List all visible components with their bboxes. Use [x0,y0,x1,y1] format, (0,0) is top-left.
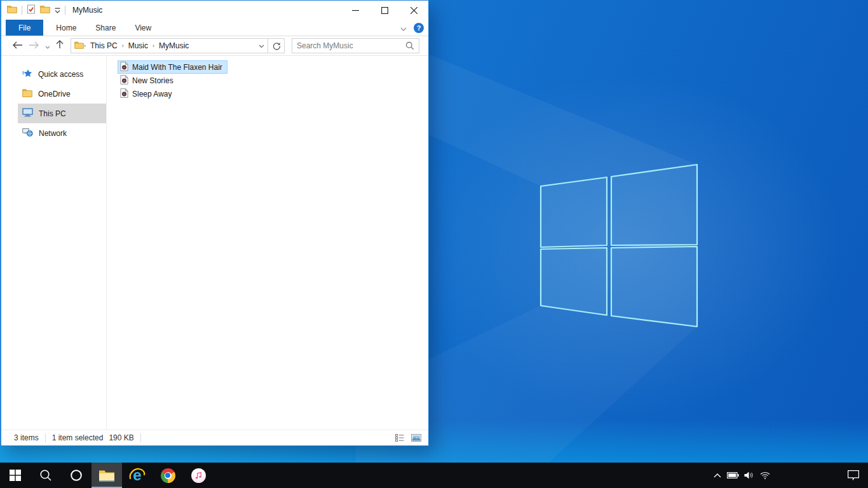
file-explorer-window: MyMusic File Home Share View ? [0,0,429,446]
system-tray [709,463,868,488]
caption-buttons [341,1,428,20]
action-center-button[interactable] [839,463,868,488]
nav-buttons [1,40,71,51]
maximize-button[interactable] [370,1,399,20]
sidebar-item-label: Quick access [38,70,83,79]
search-input[interactable] [292,41,405,50]
breadcrumb-music[interactable]: Music [124,41,153,50]
network-icon [22,128,33,139]
selection-count: 1 item selected [52,433,104,442]
up-button[interactable] [56,40,64,51]
close-button[interactable] [399,1,428,20]
internet-explorer-taskbar-button[interactable]: e [122,463,153,488]
qat-separator [65,6,65,15]
sidebar-item-this-pc[interactable]: This PC [18,104,106,123]
tab-view[interactable]: View [125,20,161,36]
chrome-icon [161,468,175,483]
audio-file-icon [120,88,128,100]
file-name: Maid With The Flaxen Hair [132,63,222,72]
search-icon[interactable] [405,41,419,50]
taskbar: e [0,463,868,488]
sidebar-item-label: OneDrive [38,90,71,98]
breadcrumb-mymusic[interactable]: MyMusic [154,41,193,50]
start-button[interactable] [0,463,31,488]
quick-access-toolbar: MyMusic [1,4,102,17]
address-bar[interactable]: › This PC › Music › MyMusic [71,38,268,53]
status-separator [45,433,46,442]
back-button[interactable] [12,40,23,51]
items-count: 3 items [14,433,39,442]
audio-file-icon [120,62,128,73]
forward-button[interactable] [29,40,39,51]
refresh-button[interactable] [268,38,285,53]
breadcrumb-this-pc[interactable]: This PC [86,41,122,50]
qat-new-folder-button[interactable] [40,4,50,16]
cortana-button[interactable] [61,463,92,488]
file-name: New Stories [132,76,173,85]
thumbnail-view-button[interactable] [410,433,423,443]
tab-file[interactable]: File [6,20,43,36]
window-body: Quick access OneDrive This PC Network [1,56,428,430]
file-name: Sleep Away [132,90,172,98]
file-list[interactable]: Maid With The Flaxen Hair New Stories Sl… [107,56,428,430]
sidebar-item-quick-access[interactable]: Quick access [18,64,106,84]
file-row[interactable]: Sleep Away [118,87,177,100]
itunes-icon [191,468,206,483]
address-dropdown-chevron-icon[interactable] [255,41,268,50]
taskbar-search-button[interactable] [31,463,61,488]
ribbon-tab-bar: File Home Share View ? [1,20,428,36]
file-explorer-taskbar-button[interactable] [92,463,122,488]
minimize-button[interactable] [341,1,370,20]
explorer-app-icon [7,4,17,16]
tab-home[interactable]: Home [46,20,86,36]
chrome-taskbar-button[interactable] [153,463,183,488]
qat-customize-button[interactable] [55,4,60,16]
sidebar-item-label: This PC [39,109,66,118]
navigation-toolbar: › This PC › Music › MyMusic [1,36,428,56]
expand-ribbon-icon[interactable] [400,22,407,34]
sidebar-item-onedrive[interactable]: OneDrive [18,84,106,104]
title-bar[interactable]: MyMusic [1,1,428,20]
qat-separator [22,6,22,15]
tab-share[interactable]: Share [86,20,125,36]
status-bar: 3 items 1 item selected 190 KB [1,430,428,445]
itunes-taskbar-button[interactable] [183,463,214,488]
sidebar-item-label: Network [39,129,67,138]
details-view-button[interactable] [394,433,405,443]
this-pc-monitor-icon [22,108,33,119]
selection-size: 190 KB [109,433,133,442]
wifi-icon[interactable] [757,463,773,488]
search-box [292,38,419,53]
quick-access-star-icon [22,69,32,80]
hidden-icons-chevron-button[interactable] [709,463,725,488]
file-row-selected[interactable]: Maid With The Flaxen Hair [118,60,227,74]
window-title: MyMusic [72,6,102,15]
qat-properties-button[interactable] [27,4,36,17]
audio-file-icon [120,75,128,86]
address-folder-icon [74,41,84,51]
onedrive-folder-icon [22,88,32,99]
recent-locations-chevron-icon[interactable] [45,40,50,51]
sidebar-item-network[interactable]: Network [18,123,106,143]
volume-icon[interactable] [741,463,757,488]
status-separator [140,433,141,442]
file-row[interactable]: New Stories [118,74,179,87]
navigation-pane: Quick access OneDrive This PC Network [1,56,107,430]
battery-icon[interactable] [725,463,741,488]
help-button[interactable]: ? [414,23,424,33]
